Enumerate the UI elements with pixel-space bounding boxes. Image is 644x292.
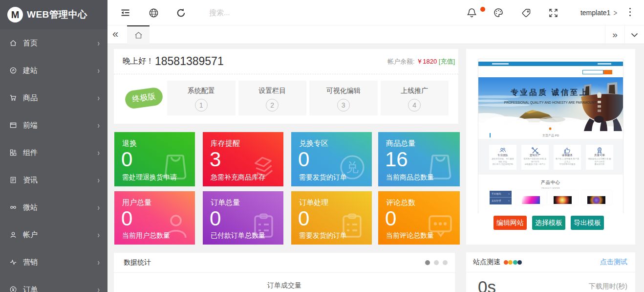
svg-text:专业品质 诚信至上: 专业品质 诚信至上 (510, 88, 588, 96)
svg-text:PROFESSIONAL QUALITY AND HONES: PROFESSIONAL QUALITY AND HONESTY ARE PAR… (504, 101, 596, 105)
svg-text:兑: 兑 (346, 160, 359, 175)
